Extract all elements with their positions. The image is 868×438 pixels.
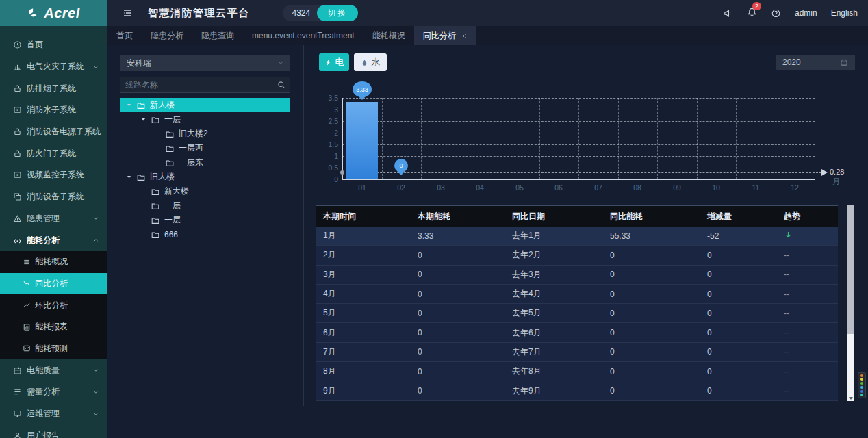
tree-node[interactable]: 旧大楼 <box>120 170 290 184</box>
table-row[interactable]: 3月0去年3月00-- <box>316 266 838 285</box>
sidebar-item-fire-door[interactable]: 防火门子系统 <box>0 142 107 164</box>
analysis-area: 电 水 2020 <box>315 45 868 438</box>
gridline <box>500 98 500 179</box>
search-input[interactable] <box>125 80 262 90</box>
submenu-item-energy-forecast[interactable]: 能耗预测 <box>0 338 107 360</box>
menu-fold-icon[interactable] <box>122 8 133 18</box>
table-row[interactable]: 5月0去年5月00-- <box>316 304 838 323</box>
monitor-icon <box>13 409 22 418</box>
tree-node[interactable]: 新大楼 <box>120 98 290 112</box>
help-icon[interactable] <box>771 8 781 18</box>
tab-label: 首页 <box>116 30 133 42</box>
y-axis <box>342 98 343 179</box>
table-row[interactable]: 2月0去年2月00-- <box>316 246 838 265</box>
col-header: 同比能耗 <box>603 211 700 222</box>
search-icon[interactable] <box>277 81 285 89</box>
caret-down-icon[interactable] <box>126 174 132 180</box>
sidebar-item-energy-analysis[interactable]: 能耗分析 <box>0 229 107 251</box>
tree-node[interactable]: 旧大楼2 <box>120 127 290 141</box>
table-row[interactable]: 7月0去年7月00-- <box>316 343 838 362</box>
calendar-icon <box>840 58 848 66</box>
sidebar-item-hazard-mgmt[interactable]: 隐患管理 <box>0 208 107 230</box>
submenu-item-yoy-analysis[interactable]: 同比分析 <box>0 273 107 295</box>
chevron-down-icon <box>92 64 99 70</box>
sidebar-item-fire-equipment[interactable]: 消防设备子系统 <box>0 186 107 208</box>
submenu-item-label: 同比分析 <box>35 278 68 289</box>
table-row[interactable]: 1月3.33去年1月55.33-52 <box>316 227 838 246</box>
close-icon[interactable] <box>461 33 468 39</box>
chevron-down-icon <box>92 389 99 396</box>
tree-node[interactable]: 666 <box>120 227 290 242</box>
table-row[interactable]: 4月0去年4月00-- <box>316 285 838 304</box>
submenu-item-energy-report[interactable]: 能耗报表 <box>0 316 107 338</box>
submenu-item-label: 能耗报表 <box>35 321 68 333</box>
switch-button[interactable]: 切换 <box>317 5 358 21</box>
tree-node-label: 新大楼 <box>150 99 175 111</box>
electric-button[interactable]: 电 <box>319 53 349 71</box>
caret-down-icon[interactable] <box>126 102 132 108</box>
submenu-item-energy-overview[interactable]: 能耗概况 <box>0 251 107 273</box>
table-scrollbar[interactable] <box>847 205 854 401</box>
caret-down-icon[interactable] <box>140 116 146 123</box>
tree-node-label: 旧大楼2 <box>179 128 208 140</box>
rows-icon <box>13 387 22 396</box>
tab-bar: 首页 隐患分析 隐患查询 menu.event.eventTreatment 能… <box>107 26 868 45</box>
submenu-item-label: 能耗概况 <box>35 256 68 268</box>
scrollbar-thumb[interactable] <box>847 205 854 334</box>
table-row[interactable]: 6月0去年6月00-- <box>316 323 838 342</box>
scrollbar-down-arrow[interactable] <box>849 397 853 400</box>
tree-node[interactable]: 一层 <box>120 112 290 127</box>
sidebar-item-user-report[interactable]: 用户报告 <box>0 424 107 438</box>
sidebar-item-home[interactable]: 首页 <box>0 34 107 56</box>
electric-label: 电 <box>335 56 344 68</box>
tree-node[interactable]: 一层西 <box>120 141 290 155</box>
tree-node[interactable]: 一层 <box>120 213 290 227</box>
x-tick: 07 <box>585 183 612 192</box>
sidebar-item-label: 隐患管理 <box>27 213 60 224</box>
sidebar-item-power-supply[interactable]: 消防设备电源子系统 <box>0 121 107 143</box>
sidebar-item-electric-fire[interactable]: 电气火灾子系统 <box>0 56 107 78</box>
sidebar-item-label: 防火门子系统 <box>27 148 76 159</box>
sidebar-item-demand-analysis[interactable]: 需量分析 <box>0 381 107 403</box>
tab-hazard-query[interactable]: 隐患查询 <box>192 26 243 45</box>
tab-event-treatment[interactable]: menu.event.eventTreatment <box>243 26 363 45</box>
tab-energy-overview[interactable]: 能耗概况 <box>363 26 414 45</box>
year-picker[interactable]: 2020 <box>776 55 855 70</box>
sidebar-item-label: 电气火灾子系统 <box>27 61 84 73</box>
sidebar-item-ops-mgmt[interactable]: 运维管理 <box>0 403 107 425</box>
speaker-icon[interactable] <box>723 8 733 18</box>
sidebar-item-label: 能耗分析 <box>27 235 60 246</box>
gridline <box>815 98 815 179</box>
sidebar-item-video-monitor[interactable]: 视频监控子系统 <box>0 164 107 186</box>
panel-divider <box>303 45 304 406</box>
sidebar-item-smoke[interactable]: 防排烟子系统 <box>0 77 107 99</box>
tree-node-label: 一层东 <box>179 157 203 168</box>
chevron-down-icon <box>92 367 99 374</box>
tree-node[interactable]: 一层 <box>120 198 290 213</box>
submenu-item-mom-analysis[interactable]: 环比分析 <box>0 294 107 316</box>
tab-label: 隐患分析 <box>151 30 183 42</box>
table-row[interactable]: 8月0去年8月00-- <box>316 362 838 381</box>
tree-node[interactable]: 新大楼 <box>120 184 290 198</box>
notification-bell[interactable]: 2 <box>747 7 757 19</box>
tab-hazard-analysis[interactable]: 隐患分析 <box>142 26 192 45</box>
bar-january[interactable] <box>346 102 378 179</box>
play-square-icon <box>13 170 22 179</box>
tree-node[interactable]: 一层东 <box>120 155 290 170</box>
folder-icon <box>151 230 160 240</box>
tab-yoy-analysis[interactable]: 同比分析 <box>414 26 476 45</box>
water-button[interactable]: 水 <box>354 53 387 71</box>
floating-widget[interactable] <box>858 372 866 398</box>
table-row[interactable]: 9月0去年9月00-- <box>316 381 838 400</box>
user-name[interactable]: admin <box>795 8 817 18</box>
company-select[interactable]: 安科瑞 <box>120 55 290 71</box>
x-tick: 01 <box>348 183 376 192</box>
yoy-bar-chart: 0.28 月 3.5 3 2.5 2 1.5 1 0.5 0 01 02 03 … <box>315 79 866 196</box>
tab-home[interactable]: 首页 <box>107 26 142 45</box>
warning-icon <box>13 214 22 223</box>
language-switch[interactable]: English <box>831 8 858 18</box>
sidebar-item-fire-water[interactable]: 消防水子系统 <box>0 99 107 121</box>
sidebar-item-power-quality[interactable]: 电能质量 <box>0 359 107 381</box>
folder-icon <box>165 129 175 139</box>
bar-chart-icon <box>13 62 22 71</box>
